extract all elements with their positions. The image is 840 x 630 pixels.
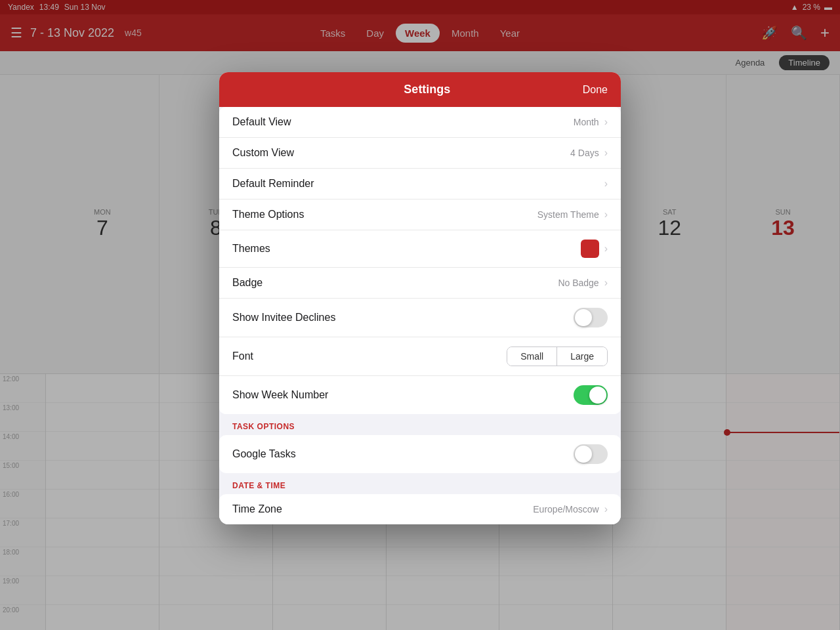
show-invitee-row: Show Invitee Declines	[219, 299, 621, 337]
time-zone-chevron: ›	[604, 503, 608, 515]
font-small-button[interactable]: Small	[507, 347, 557, 366]
show-invitee-toggle[interactable]	[574, 308, 608, 327]
show-week-number-label: Show Week Number	[232, 389, 328, 401]
date-time-section-header: DATE & TIME	[219, 473, 621, 494]
google-tasks-toggle[interactable]	[574, 444, 608, 464]
theme-options-chevron: ›	[604, 209, 608, 220]
font-label: Font	[232, 350, 253, 362]
themes-right: ›	[581, 240, 608, 258]
custom-view-label: Custom View	[232, 147, 294, 159]
show-invitee-toggle-knob	[575, 309, 592, 326]
default-reminder-right: ›	[604, 178, 608, 190]
settings-modal: Settings Done Default View Month › Custo…	[219, 72, 621, 524]
default-view-label: Default View	[232, 116, 291, 128]
time-zone-row[interactable]: Time Zone Europe/Moscow ›	[219, 494, 621, 524]
badge-value: No Badge	[558, 278, 598, 288]
done-button[interactable]: Done	[583, 84, 608, 96]
google-tasks-toggle-knob	[575, 446, 592, 463]
show-week-number-toggle-knob	[589, 387, 606, 404]
badge-chevron: ›	[604, 277, 608, 289]
modal-header: Settings Done	[219, 72, 621, 107]
modal-body: Default View Month › Custom View 4 Days …	[219, 107, 621, 524]
default-view-right: Month ›	[574, 116, 608, 128]
default-view-value: Month	[574, 117, 599, 127]
show-week-number-toggle[interactable]	[574, 385, 608, 405]
theme-color-swatch	[581, 240, 599, 258]
theme-options-row[interactable]: Theme Options System Theme ›	[219, 200, 621, 230]
task-options-section-header: TASK OPTIONS	[219, 414, 621, 435]
modal-title: Settings	[272, 83, 583, 96]
default-view-chevron: ›	[604, 116, 608, 128]
default-reminder-row[interactable]: Default Reminder ›	[219, 169, 621, 200]
themes-row[interactable]: Themes ›	[219, 230, 621, 268]
time-zone-right: Europe/Moscow ›	[533, 503, 608, 515]
theme-options-right: System Theme ›	[537, 209, 608, 220]
show-invitee-label: Show Invitee Declines	[232, 312, 335, 324]
theme-options-value: System Theme	[537, 209, 599, 220]
themes-label: Themes	[232, 243, 270, 255]
custom-view-value: 4 Days	[570, 148, 599, 158]
badge-label: Badge	[232, 277, 262, 289]
default-reminder-label: Default Reminder	[232, 178, 314, 190]
google-tasks-label: Google Tasks	[232, 448, 296, 460]
font-large-button[interactable]: Large	[557, 347, 607, 366]
time-zone-label: Time Zone	[232, 503, 282, 515]
font-selector: Small Large	[507, 346, 608, 366]
default-view-row[interactable]: Default View Month ›	[219, 107, 621, 138]
custom-view-chevron: ›	[604, 147, 608, 159]
time-zone-value: Europe/Moscow	[533, 504, 598, 514]
custom-view-right: 4 Days ›	[570, 147, 608, 159]
badge-right: No Badge ›	[558, 277, 608, 289]
custom-view-row[interactable]: Custom View 4 Days ›	[219, 138, 621, 169]
theme-options-label: Theme Options	[232, 209, 304, 220]
badge-row[interactable]: Badge No Badge ›	[219, 268, 621, 299]
google-tasks-row: Google Tasks	[219, 435, 621, 473]
themes-chevron: ›	[604, 243, 608, 255]
default-reminder-chevron: ›	[604, 178, 608, 190]
font-row: Font Small Large	[219, 337, 621, 376]
show-week-number-row: Show Week Number	[219, 376, 621, 414]
